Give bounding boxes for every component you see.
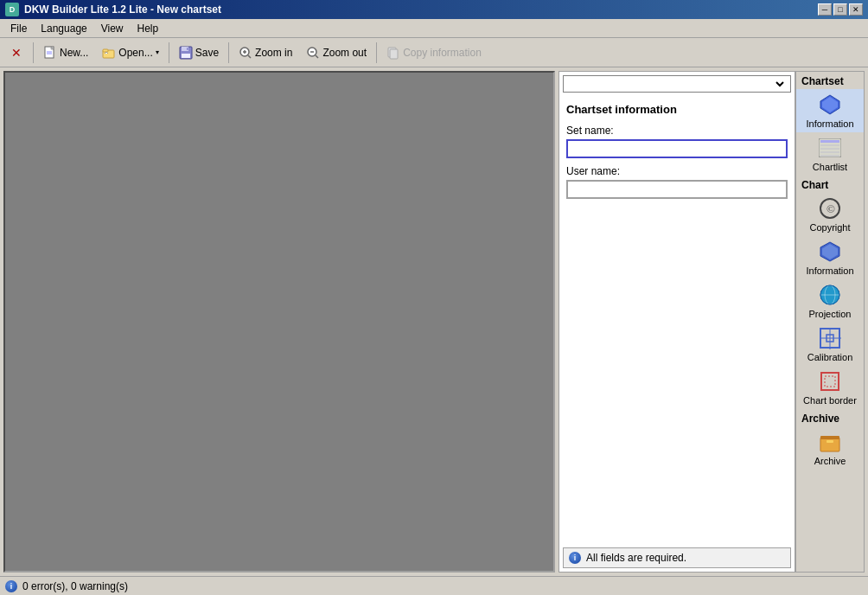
menu-view[interactable]: View <box>94 21 131 36</box>
open-label: Open... <box>118 47 152 59</box>
archive-label: Archive <box>814 456 846 466</box>
archive-icon <box>818 430 842 454</box>
zoom-in-label: Zoom in <box>255 47 292 59</box>
svg-rect-9 <box>187 48 188 50</box>
projection-label: Projection <box>809 309 852 319</box>
content-select[interactable] <box>567 77 787 91</box>
svg-rect-22 <box>820 140 839 143</box>
new-label: New... <box>60 47 88 59</box>
right-panel: Chartset information Set name: User name… <box>558 67 868 576</box>
save-icon <box>179 46 193 60</box>
projection-icon <box>818 283 842 307</box>
info-icon: i <box>569 552 581 564</box>
status-bar: i 0 error(s), 0 warning(s) <box>0 576 868 595</box>
minimize-button[interactable]: ─ <box>818 3 832 16</box>
chartlist-label: Chartlist <box>813 162 847 172</box>
svg-line-16 <box>316 55 318 58</box>
user-name-input[interactable] <box>566 180 788 199</box>
svg-rect-24 <box>820 148 839 150</box>
svg-rect-43 <box>827 440 833 443</box>
toolbar-sep-2 <box>169 42 169 63</box>
content-dropdown[interactable] <box>563 75 791 93</box>
toolbar: ✕ New... Open... ▾ <box>0 38 868 67</box>
new-icon <box>43 46 57 60</box>
copy-info-icon <box>386 46 400 60</box>
toolbar-sep-4 <box>376 42 377 63</box>
open-button[interactable]: Open... ▾ <box>96 41 164 65</box>
app-icon: D <box>5 3 19 16</box>
information-label: Information <box>806 118 853 129</box>
set-name-input[interactable] <box>566 139 788 158</box>
copyright-icon: © <box>818 196 842 221</box>
nav-section-chartset: Chartset <box>796 72 864 89</box>
svg-rect-41 <box>820 438 839 451</box>
title-bar: D DKW Builder Lite 1.2 Lite - New charts… <box>0 0 868 19</box>
zoom-in-button[interactable]: Zoom in <box>233 41 298 65</box>
svg-line-13 <box>248 55 251 58</box>
calibration-label: Calibration <box>807 352 853 362</box>
close-icon: ✕ <box>10 46 23 60</box>
canvas-area <box>3 71 555 573</box>
calibration-icon <box>818 326 842 350</box>
close-button[interactable]: ✕ <box>3 41 29 65</box>
nav-section-archive: Archive <box>796 409 864 426</box>
sidebar-item-chart-border[interactable]: Chart border <box>796 366 864 409</box>
svg-rect-40 <box>825 376 835 387</box>
information-icon <box>818 93 842 117</box>
new-button[interactable]: New... <box>37 41 94 65</box>
svg-rect-42 <box>820 436 839 439</box>
open-arrow: ▾ <box>156 48 159 56</box>
zoom-out-button[interactable]: Zoom out <box>300 41 373 65</box>
toolbar-sep-1 <box>33 42 34 63</box>
menu-file[interactable]: File <box>3 21 34 36</box>
status-message: 0 error(s), 0 warning(s) <box>22 580 128 592</box>
zoom-out-label: Zoom out <box>322 47 367 59</box>
user-name-label: User name: <box>566 165 788 177</box>
sidebar-item-calibration[interactable]: Calibration <box>796 323 864 366</box>
content-panel: Chartset information Set name: User name… <box>558 71 795 573</box>
copy-info-button[interactable]: Copy information <box>380 41 488 65</box>
sidebar-item-chart-information[interactable]: Information <box>796 236 864 279</box>
svg-rect-8 <box>182 54 190 58</box>
svg-rect-5 <box>103 49 108 52</box>
title-bar-controls: ─ □ ✕ <box>818 3 863 16</box>
copyright-label: Copyright <box>809 222 850 233</box>
nav-section-chart: Chart <box>796 176 864 193</box>
menu-help[interactable]: Help <box>131 21 166 36</box>
chart-border-label: Chart border <box>803 395 857 406</box>
user-name-field-row: User name: <box>566 165 788 199</box>
window-close-button[interactable]: ✕ <box>849 3 863 16</box>
content-spacer <box>559 213 795 547</box>
status-icon: i <box>5 580 17 592</box>
sidebar-item-projection[interactable]: Projection <box>796 279 864 323</box>
svg-rect-26 <box>820 155 839 157</box>
sidebar-item-chartlist[interactable]: Chartlist <box>796 132 864 176</box>
chartset-section-title: Chartset information <box>566 103 788 116</box>
svg-text:©: © <box>827 202 835 215</box>
svg-rect-25 <box>820 151 839 153</box>
title-bar-left: D DKW Builder Lite 1.2 Lite - New charts… <box>5 3 221 16</box>
svg-rect-18 <box>390 49 398 59</box>
set-name-field-row: Set name: <box>566 125 788 158</box>
window-title: DKW Builder Lite 1.2 Lite - New chartset <box>24 3 221 16</box>
info-message: All fields are required. <box>586 552 686 564</box>
toolbar-sep-3 <box>228 42 229 63</box>
zoom-in-icon <box>239 46 252 60</box>
main-container: Chartset information Set name: User name… <box>0 67 868 576</box>
open-icon <box>102 46 116 60</box>
chart-info-label: Information <box>806 266 853 276</box>
chart-info-icon <box>818 240 842 264</box>
sidebar-item-information[interactable]: Information <box>796 89 864 132</box>
chartset-info-section: Chartset information Set name: User name… <box>559 96 795 213</box>
info-bar: i All fields are required. <box>563 547 791 568</box>
menu-bar: File Language View Help <box>0 19 868 38</box>
save-button[interactable]: Save <box>173 41 225 65</box>
chartlist-icon <box>818 136 842 160</box>
save-label: Save <box>195 47 219 59</box>
svg-rect-39 <box>821 373 839 390</box>
sidebar-item-archive[interactable]: Archive <box>796 426 864 470</box>
restore-button[interactable]: □ <box>833 3 847 16</box>
copy-info-label: Copy information <box>403 47 482 59</box>
sidebar-item-copyright[interactable]: © Copyright <box>796 193 864 236</box>
menu-language[interactable]: Language <box>34 21 93 36</box>
